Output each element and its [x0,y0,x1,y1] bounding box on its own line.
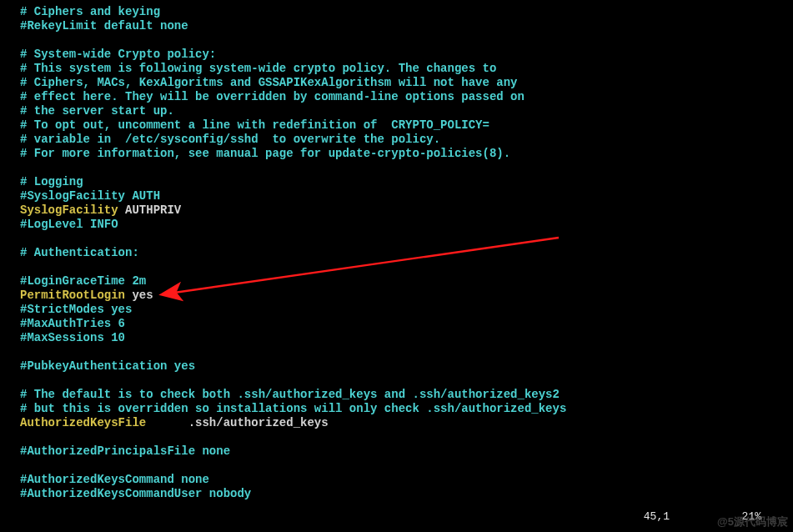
code-line [20,260,785,274]
code-line [20,232,785,246]
code-line: SyslogFacility AUTHPRIV [20,203,785,218]
code-line: #StrictModes yes [20,303,785,317]
code-line: #MaxSessions 10 [20,331,785,345]
editor-viewport[interactable]: # Ciphers and keying#RekeyLimit default … [20,5,785,507]
code-line: # This system is following system-wide c… [20,62,785,76]
code-line: # To opt out, uncomment a line with rede… [20,118,785,133]
code-line [20,345,785,359]
code-line: # For more information, see manual page … [20,147,785,161]
code-line: #AuthorizedKeysCommand none [20,473,785,487]
code-line: # Authentication: [20,246,785,260]
code-line: # System-wide Crypto policy: [20,48,785,62]
code-line: #RekeyLimit default none [20,19,785,33]
code-line: # but this is overridden so installation… [20,402,785,416]
code-line: # Ciphers and keying [20,5,785,19]
code-line: # the server start up. [20,104,785,118]
code-line: # Ciphers, MACs, KexAlgoritms and GSSAPI… [20,76,785,90]
code-line: #AuthorizedKeysCommandUser nobody [20,487,785,501]
code-line: #PubkeyAuthentication yes [20,359,785,374]
code-line [20,459,785,473]
code-line: # The default is to check both .ssh/auth… [20,388,785,402]
code-line: # Logging [20,175,785,189]
code-line: #LogLevel INFO [20,218,785,232]
code-line: AuthorizedKeysFile .ssh/authorized_keys [20,416,785,430]
code-line [20,161,785,175]
code-line: PermitRootLogin yes [20,289,785,303]
code-line: #LoginGraceTime 2m [20,274,785,289]
code-line: #MaxAuthTries 6 [20,317,785,331]
code-line: # effect here. They will be overridden b… [20,90,785,104]
code-line: # variable in /etc/sysconfig/sshd to ove… [20,133,785,147]
code-line [20,374,785,388]
code-line [20,430,785,444]
code-line: #SyslogFacility AUTH [20,189,785,203]
watermark-text: @5源代码博宸 [717,514,788,529]
code-line [20,33,785,48]
code-line: #AuthorizedPrincipalsFile none [20,444,785,459]
